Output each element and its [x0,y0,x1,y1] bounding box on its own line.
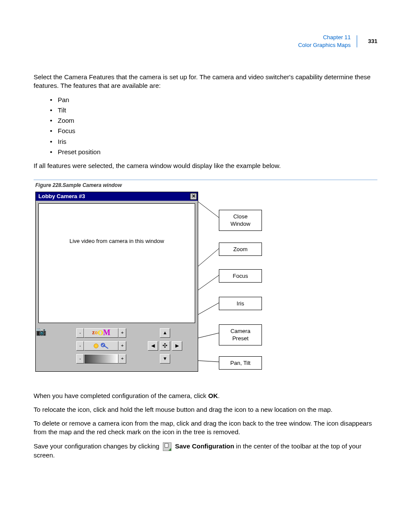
page-header: Chapter 11 Color Graphics Maps 331 [34,34,377,49]
zoom-indicator: zoOM [84,328,118,338]
callout-focus: Focus [219,269,262,283]
page-number: 331 [368,38,377,44]
text-run: When you have completed configuration of… [34,392,208,399]
section-label: Color Graphics Maps [298,42,351,48]
zoom-in-button[interactable]: + [118,328,126,338]
preset-button[interactable]: ✣ [160,341,170,351]
focus-icon [88,342,114,349]
callout-close-window: Close Window [219,210,262,231]
list-item: Pan [58,96,377,104]
chapter-label: Chapter 11 [323,34,351,40]
iris-indicator [84,354,118,364]
text-run: Save your configuration changes by click… [34,442,161,450]
tilt-down-button[interactable]: ▼ [160,354,170,364]
camera-window: Lobby Camera #3 ✕ Live video from camera… [35,192,198,372]
save-paragraph: Save your configuration changes by click… [34,442,377,460]
save-configuration-icon [163,442,171,451]
focus-in-button[interactable]: + [118,341,126,351]
list-item: Focus [58,127,377,135]
ok-bold: OK [208,392,218,399]
figure-area: Lobby Camera #3 ✕ Live video from camera… [34,192,301,386]
zoom-out-button[interactable]: - [76,328,84,338]
callout-pan-tilt: Pan, Tilt [219,356,262,370]
callout-iris: Iris [219,297,262,311]
focus-out-button[interactable]: - [76,341,84,351]
svg-line-0 [195,199,219,218]
figure-rule [34,180,377,180]
intro-paragraph: Select the Camera Features that the came… [34,73,377,90]
list-item: Preset position [58,148,377,156]
iris-close-button[interactable]: - [76,354,84,364]
iris-open-button[interactable]: + [118,354,126,364]
close-button[interactable]: ✕ [190,193,197,200]
video-viewport: Live video from camera in this window [38,203,195,323]
svg-point-6 [94,344,98,348]
ok-paragraph: When you have completed configuration of… [34,392,377,400]
figure-caption: Figure 228.Sample Camera window [35,182,377,189]
tilt-up-button[interactable]: ▲ [160,328,170,338]
delete-paragraph: To delete or remove a camera icon from t… [34,419,377,437]
camera-controls: 📷 - zoOM + - + - + ▲ ◀ ✣ ▶ ▼ [36,326,198,373]
save-configuration-bold: Save Configuration [175,442,234,450]
pan-right-button[interactable]: ▶ [172,341,182,351]
window-title: Lobby Camera #3 [38,193,190,200]
relocate-paragraph: To relocate the icon, click and hold the… [34,405,377,414]
callout-camera-preset: Camera Preset [219,324,262,345]
camera-icon: 📷 [36,327,47,336]
callout-zoom: Zoom [219,243,262,256]
window-titlebar: Lobby Camera #3 ✕ [36,192,198,201]
viewport-placeholder-text: Live video from camera in this window [69,237,164,245]
pan-left-button[interactable]: ◀ [148,341,158,351]
after-list-paragraph: If all features were selected, the camer… [34,162,377,170]
feature-list: Pan Tilt Zoom Focus Iris Preset position [34,96,377,157]
list-item: Zoom [58,116,377,125]
header-divider [357,35,357,47]
focus-indicator [84,341,118,351]
list-item: Iris [58,137,377,146]
list-item: Tilt [58,106,377,115]
text-run: . [218,392,220,399]
